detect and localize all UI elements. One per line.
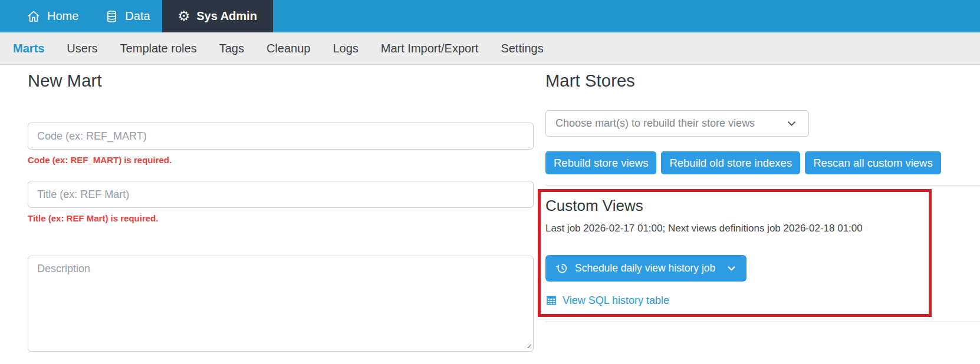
section-divider	[545, 185, 980, 186]
title-field-group: Title (ex: REF Mart) is required.	[28, 181, 534, 223]
rescan-all-custom-views-button[interactable]: Rescan all custom views	[805, 151, 941, 174]
subnav-item-logs[interactable]: Logs	[333, 42, 358, 55]
custom-views-job-status: Last job 2026-02-17 01:00; Next views de…	[545, 222, 920, 234]
section-divider	[545, 322, 980, 322]
description-input[interactable]	[28, 256, 534, 352]
sub-nav: Marts Users Template roles Tags Cleanup …	[0, 32, 980, 65]
schedule-daily-view-history-job-button[interactable]: Schedule daily view history job	[545, 255, 746, 282]
home-icon	[27, 9, 41, 24]
subnav-item-template-roles[interactable]: Template roles	[120, 42, 197, 55]
code-field-group: Code (ex: REF_MART) is required.	[28, 123, 534, 165]
chevron-down-icon	[726, 263, 736, 273]
subnav-item-users[interactable]: Users	[67, 42, 97, 55]
gear-icon: ⚙	[178, 9, 190, 23]
nav-item-label: Sys Admin	[196, 9, 257, 23]
custom-views-highlight-box: Custom Views Last job 2026-02-17 01:00; …	[538, 189, 932, 316]
view-sql-history-table-link[interactable]: View SQL history table	[545, 294, 669, 307]
mart-stores-actions: Rebuild store views Rebuild old store in…	[545, 151, 980, 174]
subnav-item-cleanup[interactable]: Cleanup	[267, 42, 311, 55]
mart-stores-title: Mart Stores	[545, 71, 980, 91]
title-error-message: Title (ex: REF Mart) is required.	[28, 213, 534, 223]
sql-link-label: View SQL history table	[563, 294, 669, 307]
nav-item-home[interactable]: Home	[27, 0, 78, 32]
main-content: New Mart Code (ex: REF_MART) is required…	[0, 65, 980, 352]
code-error-message: Code (ex: REF_MART) is required.	[28, 155, 534, 165]
nav-item-data[interactable]: Data	[105, 0, 150, 32]
rebuild-store-views-button[interactable]: Rebuild store views	[545, 151, 656, 174]
subnav-item-marts[interactable]: Marts	[13, 42, 44, 55]
new-mart-title: New Mart	[28, 71, 534, 91]
mart-select[interactable]: Choose mart(s) to rebuild their store vi…	[545, 110, 809, 137]
title-input[interactable]	[28, 181, 534, 208]
rebuild-old-store-indexes-button[interactable]: Rebuild old store indexes	[661, 151, 800, 174]
database-icon	[105, 9, 119, 24]
chevron-down-icon	[786, 118, 797, 129]
nav-item-label: Data	[125, 9, 150, 23]
top-nav: Home Data ⚙ Sys Admin	[0, 0, 980, 32]
history-icon	[555, 262, 568, 274]
new-mart-section: New Mart Code (ex: REF_MART) is required…	[28, 71, 534, 352]
description-field-group	[28, 256, 534, 352]
mart-select-placeholder: Choose mart(s) to rebuild their store vi…	[555, 117, 755, 130]
nav-item-sys-admin[interactable]: ⚙ Sys Admin	[162, 0, 273, 32]
subnav-item-settings[interactable]: Settings	[501, 42, 543, 55]
nav-item-label: Home	[47, 9, 78, 23]
code-input[interactable]	[28, 123, 534, 150]
table-icon	[545, 294, 557, 306]
mart-stores-section: Mart Stores Choose mart(s) to rebuild th…	[545, 71, 980, 322]
subnav-item-tags[interactable]: Tags	[219, 42, 244, 55]
schedule-button-label: Schedule daily view history job	[575, 262, 715, 274]
custom-views-title: Custom Views	[545, 197, 920, 215]
subnav-item-mart-import-export[interactable]: Mart Import/Export	[381, 42, 479, 55]
